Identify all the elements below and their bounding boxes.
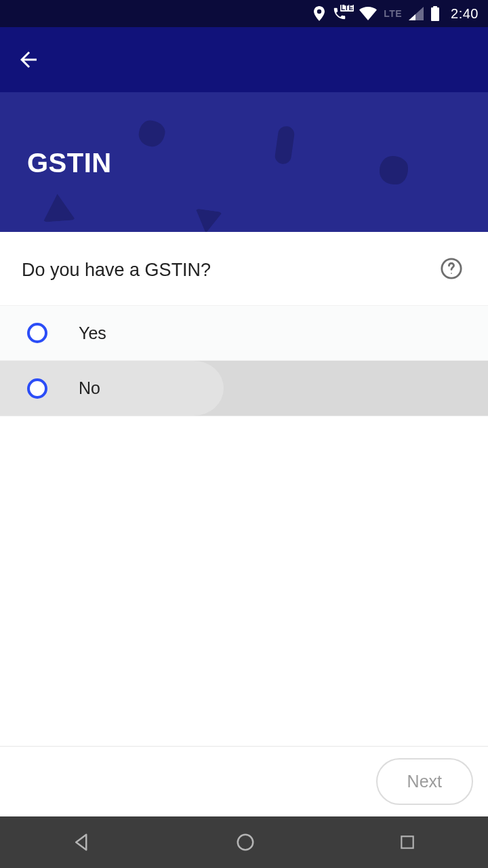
wifi-icon: [359, 7, 377, 20]
nav-recent-button[interactable]: [399, 833, 416, 851]
app-bar: [0, 27, 488, 92]
battery-icon: [430, 6, 440, 21]
lte-label-dim: LTE: [384, 8, 402, 19]
help-button[interactable]: [439, 258, 464, 282]
status-bar: LTE LTE 2:40: [0, 0, 488, 27]
svg-point-3: [451, 273, 452, 274]
option-yes[interactable]: Yes: [0, 305, 488, 361]
nav-home-button[interactable]: [235, 832, 256, 852]
next-button[interactable]: Next: [376, 758, 473, 805]
option-no-label: No: [79, 378, 100, 398]
hero-banner: GSTIN: [0, 92, 488, 232]
decor-shape: [41, 193, 76, 222]
decor-shape: [380, 156, 408, 184]
decor-shape: [137, 119, 167, 149]
svg-rect-5: [402, 836, 413, 848]
option-yes-label: Yes: [79, 323, 106, 343]
clock-label: 2:40: [451, 6, 479, 22]
phone-lte-icon: LTE: [332, 6, 347, 21]
svg-rect-0: [431, 7, 439, 21]
radio-yes[interactable]: [27, 323, 47, 343]
content-sheet: Do you have a GSTIN? Yes No Next: [0, 231, 488, 816]
radio-no[interactable]: [27, 378, 47, 399]
question-text: Do you have a GSTIN?: [22, 260, 211, 281]
page-title: GSTIN: [27, 148, 112, 178]
signal-icon: [409, 7, 424, 20]
option-no[interactable]: No: [0, 361, 488, 416]
question-row: Do you have a GSTIN?: [0, 231, 488, 305]
screen: LTE LTE 2:40 GSTIN Do you have a GSTIN?: [0, 0, 488, 868]
location-icon: [313, 6, 325, 21]
help-icon: [440, 257, 463, 283]
nav-back-button[interactable]: [72, 832, 92, 852]
back-button[interactable]: [16, 47, 41, 72]
phone-lte-badge: LTE: [340, 5, 354, 12]
footer-bar: Next: [0, 746, 488, 816]
svg-point-4: [238, 835, 253, 850]
android-nav-bar: [0, 816, 488, 868]
decor-shape: [192, 208, 222, 232]
svg-rect-1: [433, 6, 437, 8]
decor-shape: [274, 125, 296, 165]
spacer: [0, 416, 488, 746]
